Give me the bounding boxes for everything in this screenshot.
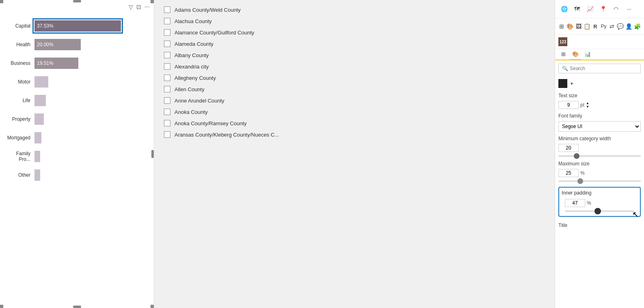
pin-icon[interactable]: 📍: [597, 3, 609, 15]
color-box[interactable]: [558, 79, 567, 88]
bar-row[interactable]: Other: [4, 169, 150, 181]
arc-icon[interactable]: ◠: [610, 3, 622, 15]
bar-row[interactable]: Health20.00%: [4, 39, 150, 50]
inner-padding-slider[interactable]: [565, 210, 634, 212]
title-label: Title: [555, 220, 644, 231]
format-search-box[interactable]: 🔍: [558, 64, 641, 73]
county-checkbox[interactable]: [164, 52, 170, 58]
search-icon: 🔍: [562, 66, 568, 71]
inner-padding-input[interactable]: [565, 199, 585, 207]
bar-fill[interactable]: [34, 95, 46, 106]
resize-handle-tr[interactable]: [151, 0, 154, 3]
county-list-item[interactable]: Aransas County/Kleberg County/Nueces C..…: [162, 129, 547, 140]
bar-row[interactable]: Mortgaged: [4, 132, 150, 143]
Py-letter-icon[interactable]: Py: [600, 21, 607, 32]
county-list-item[interactable]: Anne Arundel County: [162, 95, 547, 106]
color-dropdown-arrow[interactable]: ▼: [570, 81, 574, 86]
inner-padding-value-row: %: [562, 197, 638, 209]
bar-fill[interactable]: 37.53%: [34, 20, 121, 32]
image2-icon[interactable]: 🖼: [575, 21, 582, 32]
globe-icon[interactable]: 🌐: [558, 3, 570, 15]
min-category-input[interactable]: [558, 144, 579, 152]
county-checkbox[interactable]: [164, 131, 170, 138]
map-icon[interactable]: 🗺: [571, 3, 583, 15]
county-checkbox[interactable]: [164, 63, 170, 70]
filter-icon[interactable]: ▽: [129, 4, 133, 10]
county-list-item[interactable]: Alamance County/Guilford County: [162, 27, 547, 38]
county-checkbox[interactable]: [164, 29, 170, 36]
county-name: Albany County: [174, 52, 209, 58]
bar-row[interactable]: Life: [4, 95, 150, 106]
county-name: Allegheny County: [174, 75, 216, 81]
county-checkbox[interactable]: [164, 75, 170, 81]
county-checkbox[interactable]: [164, 109, 170, 115]
inner-padding-section: Inner padding % ↖: [558, 187, 641, 217]
tab-grid[interactable]: ⊞: [558, 49, 569, 60]
bar-label: Health: [4, 42, 34, 47]
bar-fill[interactable]: [34, 113, 44, 125]
county-list-item[interactable]: Alameda County: [162, 38, 547, 49]
county-checkbox[interactable]: [164, 18, 170, 24]
max-size-input[interactable]: [558, 169, 579, 177]
tab-format[interactable]: 🎨: [570, 49, 581, 60]
bar-fill[interactable]: 19.51%: [34, 58, 78, 69]
county-list-item[interactable]: Albany County: [162, 49, 547, 61]
bar-fill[interactable]: 20.00%: [34, 39, 81, 50]
bar-label: Capital: [4, 23, 34, 29]
flow2-icon[interactable]: ⇄: [609, 21, 615, 32]
format-tabs: ⊞ 🎨 📊: [555, 49, 644, 60]
puzzle2-icon[interactable]: 🧩: [634, 21, 641, 32]
grid2-icon[interactable]: ⊞: [558, 21, 565, 32]
bar-container: [34, 95, 150, 106]
resize-handle-tl[interactable]: [0, 0, 3, 3]
more-options-icon[interactable]: ···: [144, 3, 150, 11]
max-size-label: Maximum size: [555, 158, 644, 167]
table4-icon[interactable]: 📋: [584, 21, 590, 32]
bar-row[interactable]: Business19.51%: [4, 58, 150, 69]
county-checkbox[interactable]: [164, 6, 170, 13]
bar-container: [34, 132, 150, 143]
chat2-icon[interactable]: 💬: [617, 21, 624, 32]
county-checkbox[interactable]: [164, 86, 170, 92]
font-family-select[interactable]: Segoe UI Arial Calibri Times New Roman V…: [558, 121, 641, 132]
resize-handle-bottom[interactable]: [73, 306, 81, 308]
county-list-item[interactable]: Adams County/Weld County: [162, 4, 547, 15]
bar-row[interactable]: Property: [4, 113, 150, 125]
text-size-input[interactable]: [558, 101, 579, 109]
county-list-item[interactable]: Anoka County: [162, 106, 547, 118]
county-list-item[interactable]: Alachua County: [162, 15, 547, 27]
max-size-slider[interactable]: [558, 180, 641, 182]
county-list-item[interactable]: Anoka County/Ramsey County: [162, 118, 547, 129]
bar-fill[interactable]: [34, 76, 48, 88]
chart-line-icon[interactable]: 📈: [584, 3, 596, 15]
bar-fill[interactable]: [34, 132, 41, 143]
bar-row[interactable]: Capital37.53%: [4, 20, 150, 32]
bar-fill[interactable]: [34, 151, 40, 162]
resize-handle-br[interactable]: [151, 305, 154, 308]
bar-container: 37.53%: [34, 20, 150, 32]
focus-icon[interactable]: ⊡: [136, 4, 141, 10]
county-checkbox[interactable]: [164, 41, 170, 47]
county-checkbox[interactable]: [164, 120, 170, 126]
min-category-slider[interactable]: [558, 155, 641, 157]
text-size-spinner[interactable]: ▲ ▼: [586, 101, 589, 109]
resize-handle-right[interactable]: [151, 150, 154, 158]
R-letter-icon[interactable]: R: [592, 21, 599, 32]
tab-analytics[interactable]: 📊: [582, 49, 593, 60]
county-checkbox[interactable]: [164, 97, 170, 104]
bar-row[interactable]: Family Pro...: [4, 151, 150, 162]
county-list-item[interactable]: Allen County: [162, 83, 547, 95]
bar-label: Motor: [4, 79, 34, 85]
bar-fill[interactable]: [34, 169, 40, 181]
dots-more-icon[interactable]: ···: [623, 3, 635, 15]
county-list-item[interactable]: Allegheny County: [162, 72, 547, 83]
bar-row[interactable]: Motor: [4, 76, 150, 88]
color-type-icon[interactable]: 123: [558, 37, 567, 46]
paint-bucket-icon[interactable]: 🎨: [566, 21, 573, 32]
resize-handle-top[interactable]: [73, 0, 81, 2]
format-panel-icons-row1: 🌐 🗺 📈 📍 ◠ ···: [555, 0, 644, 18]
resize-handle-bl[interactable]: [0, 305, 3, 308]
search-input[interactable]: [570, 66, 637, 71]
person2-icon[interactable]: 👤: [625, 21, 632, 32]
county-list-item[interactable]: Alexandria city: [162, 61, 547, 72]
